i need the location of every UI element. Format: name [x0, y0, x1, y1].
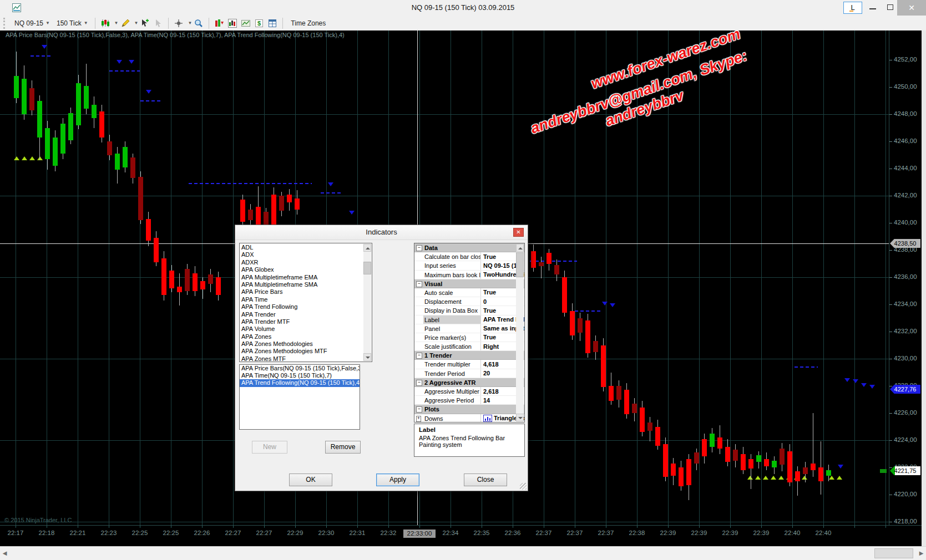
- interval-dropdown[interactable]: 150 Tick▼: [53, 18, 92, 28]
- applied-indicator-item[interactable]: APA Trend Following(NQ 09-15 (150 Tick),…: [240, 379, 360, 386]
- crosshair-icon[interactable]: [174, 19, 183, 28]
- candle-body: [733, 450, 738, 461]
- indicator-list-item[interactable]: APA Volume: [240, 325, 372, 333]
- account-dollar-icon[interactable]: $: [255, 19, 264, 28]
- scroll-up-button[interactable]: [363, 244, 371, 252]
- minimize-button[interactable]: [864, 0, 881, 16]
- property-category-row[interactable]: −Visual: [414, 279, 524, 288]
- property-row[interactable]: Maximum bars look lTwoHundredFiftySix: [414, 271, 524, 279]
- property-row[interactable]: LabelAPA Trend Following: [414, 315, 524, 324]
- chevron-down-icon[interactable]: ▼: [188, 21, 192, 26]
- chevron-down-icon[interactable]: ▼: [134, 21, 139, 26]
- property-row[interactable]: Display in Data BoxTrue: [414, 306, 524, 315]
- property-row[interactable]: PanelSame as input series: [414, 324, 524, 333]
- price-axis[interactable]: 4252,004250,004248,004246,004244,004242,…: [889, 30, 922, 525]
- indicator-label[interactable]: APA Price Bars(NQ 09-15 (150 Tick),False…: [6, 32, 345, 38]
- scrollbar-thumb[interactable]: [363, 262, 371, 274]
- resize-grip[interactable]: [520, 483, 527, 490]
- list-scrollbar[interactable]: [363, 244, 371, 361]
- time-zones-button[interactable]: Time Zones: [291, 19, 326, 27]
- property-row[interactable]: Scale justificationRight: [414, 342, 524, 351]
- indicator-list-item[interactable]: APA Time: [240, 296, 372, 303]
- property-category-row[interactable]: −Plots: [414, 405, 524, 414]
- property-row[interactable]: Calculate on bar closTrue: [414, 252, 524, 261]
- chart-trader-icon[interactable]: [228, 19, 237, 28]
- indicator-list-item[interactable]: APA Trender MTF: [240, 318, 372, 325]
- applied-indicator-item[interactable]: APA Time(NQ 09-15 (150 Tick),7): [240, 372, 360, 379]
- property-row[interactable]: Trender Period20: [414, 369, 524, 378]
- applied-indicators-list[interactable]: APA Price Bars(NQ 09-15 (150 Tick),False…: [239, 364, 360, 430]
- property-category-row[interactable]: −2 Aggressive ATR: [414, 378, 524, 387]
- property-name: Input series: [423, 261, 481, 269]
- toolbar-grip[interactable]: [3, 18, 7, 29]
- indicator-list-item[interactable]: APA Trender: [240, 311, 372, 318]
- remove-button[interactable]: Remove: [325, 441, 361, 454]
- scroll-left-button[interactable]: ◀: [0, 547, 9, 560]
- drawing-tools-icon[interactable]: [121, 19, 130, 28]
- property-row[interactable]: Aggressive Period14: [414, 396, 524, 405]
- property-row[interactable]: Aggressive Multipler2,618: [414, 387, 524, 396]
- indicator-list-item[interactable]: APA Multipletimeframe SMA: [240, 281, 372, 288]
- scroll-down-button[interactable]: [516, 414, 524, 421]
- property-row[interactable]: Trender multipler4,618: [414, 360, 524, 369]
- indicator-list-item[interactable]: APA Trend Following: [240, 303, 372, 310]
- grid-scrollbar[interactable]: [516, 244, 524, 421]
- time-axis[interactable]: 22:1722:1822:2122:2322:2522:2522:2622:27…: [0, 525, 922, 547]
- collapse-icon[interactable]: −: [416, 245, 422, 251]
- scroll-up-button[interactable]: [516, 244, 524, 252]
- property-row[interactable]: Auto scaleTrue: [414, 288, 524, 297]
- close-dialog-button[interactable]: Close: [464, 474, 507, 486]
- chart-style-icon[interactable]: [101, 19, 110, 28]
- indicator-list-item[interactable]: ADX: [240, 251, 372, 258]
- data-grid-icon[interactable]: [268, 19, 277, 28]
- indicator-list-item[interactable]: APA Zones Methodologies: [240, 340, 372, 348]
- scroll-down-button[interactable]: [363, 353, 371, 361]
- property-row[interactable]: Input seriesNQ 09-15 (150 Tick): [414, 261, 524, 270]
- indicator-list-item[interactable]: APA Zones: [240, 333, 372, 340]
- indicator-list-item[interactable]: APA Zones MTF: [240, 355, 372, 362]
- collapse-icon[interactable]: −: [416, 281, 422, 287]
- horizontal-scrollbar[interactable]: ◀ ▶: [0, 546, 926, 560]
- expand-icon[interactable]: +: [416, 416, 421, 422]
- cursor-add-icon[interactable]: [140, 19, 149, 28]
- bars-icon[interactable]: [215, 19, 224, 28]
- instrument-dropdown[interactable]: NQ 09-15▼: [11, 18, 53, 28]
- property-row[interactable]: +DownsTriangleDown; S: [414, 414, 524, 422]
- collapse-icon[interactable]: −: [416, 380, 422, 386]
- indicator-list-item[interactable]: ADXR: [240, 259, 372, 266]
- collapse-icon[interactable]: −: [416, 406, 422, 413]
- property-row[interactable]: Displacement0: [414, 297, 524, 306]
- cursor-icon[interactable]: [154, 19, 163, 28]
- indicator-list-item[interactable]: APA Multipletimeframe EMA: [240, 274, 372, 281]
- time-tick: [233, 526, 234, 528]
- dialog-titlebar[interactable]: Indicators: [235, 225, 528, 240]
- candle-body: [632, 404, 637, 413]
- property-grid[interactable]: −DataCalculate on bar closTrueInput seri…: [414, 243, 525, 422]
- ok-button[interactable]: OK: [289, 474, 332, 486]
- instrument-link-button[interactable]: L: [843, 2, 862, 14]
- dialog-close-button[interactable]: ✕: [513, 228, 524, 237]
- close-button[interactable]: ✕: [897, 0, 926, 16]
- property-category-row[interactable]: −Data: [414, 243, 524, 252]
- grid-line-vertical: [233, 30, 234, 525]
- snapshot-icon[interactable]: [241, 19, 250, 28]
- scroll-right-button[interactable]: ▶: [917, 547, 926, 560]
- candle-body: [208, 274, 213, 284]
- new-button[interactable]: New: [252, 441, 287, 454]
- indicator-list-item[interactable]: ADL: [240, 244, 372, 251]
- zoom-icon[interactable]: [194, 19, 203, 28]
- indicator-list-item[interactable]: APA Globex: [240, 266, 372, 273]
- scrollbar-thumb[interactable]: [874, 548, 913, 558]
- scrollbar-thumb[interactable]: [516, 252, 524, 277]
- apply-button[interactable]: Apply: [376, 474, 419, 486]
- property-row[interactable]: Price marker(s)True: [414, 333, 524, 342]
- collapse-icon[interactable]: −: [416, 353, 422, 359]
- maximize-button[interactable]: [882, 0, 899, 16]
- applied-indicator-item[interactable]: APA Price Bars(NQ 09-15 (150 Tick),False…: [240, 365, 360, 372]
- indicator-list-item[interactable]: APA Price Bars: [240, 288, 372, 296]
- property-category-row[interactable]: −1 Trender: [414, 351, 524, 360]
- indicator-list-item[interactable]: APA Zones Methodologies MTF: [240, 348, 372, 355]
- available-indicators-list[interactable]: ADLADXADXRAPA GlobexAPA Multipletimefram…: [239, 243, 372, 362]
- time-tick: [16, 526, 16, 528]
- chevron-down-icon[interactable]: ▼: [114, 21, 119, 26]
